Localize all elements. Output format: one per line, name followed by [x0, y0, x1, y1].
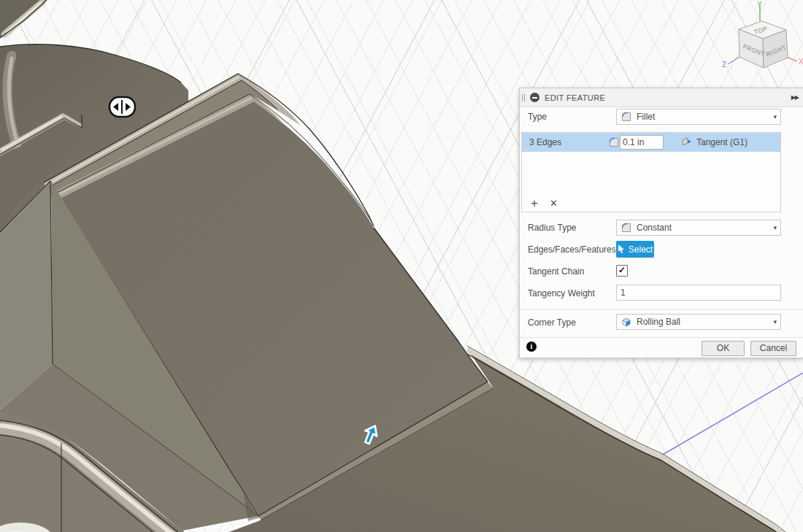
- ok-button[interactable]: OK: [702, 341, 745, 356]
- collapse-panel-icon[interactable]: ▶▶: [791, 94, 799, 101]
- axis-z-label: Z: [722, 61, 726, 69]
- z-axis-construction-line: [661, 373, 803, 455]
- divider: [520, 309, 803, 310]
- chevron-down-icon: ▾: [773, 318, 777, 325]
- fillet-icon: [620, 111, 632, 123]
- type-label: Type: [528, 109, 547, 125]
- tangency-weight-input[interactable]: [616, 285, 781, 301]
- edit-feature-dialog: EDIT FEATURE ▶▶ Type Fillet ▾ 3 Edges: [519, 88, 803, 358]
- drag-grip-icon[interactable]: [522, 94, 525, 101]
- chevron-down-icon: ▾: [773, 113, 777, 120]
- fillet-radius-input[interactable]: [620, 135, 664, 150]
- radius-type-value: Constant: [637, 223, 773, 233]
- edge-set-row[interactable]: 3 Edges Tangent (G1): [522, 133, 780, 152]
- dialog-title: EDIT FEATURE: [545, 93, 605, 102]
- model-arm-corner-block[interactable]: [0, 0, 47, 38]
- continuity-value: Tangent (G1): [696, 137, 748, 147]
- dialog-header: EDIT FEATURE ▶▶: [520, 88, 803, 107]
- tangency-weight-label: Tangency Weight: [528, 285, 595, 301]
- viewcube[interactable]: TOP FRONT RIGHT Y Z X: [722, 1, 803, 69]
- radius-type-label: Radius Type: [528, 220, 577, 236]
- edges-faces-features-label: Edges/Faces/Features: [528, 242, 616, 258]
- type-value: Fillet: [637, 112, 773, 122]
- feature-minus-icon: [530, 93, 539, 102]
- chevron-down-icon: ▾: [773, 224, 777, 231]
- radius-type-dropdown[interactable]: Constant ▾: [616, 220, 781, 236]
- axis-y-label: Y: [757, 1, 762, 9]
- flip-direction-widget[interactable]: [110, 97, 135, 117]
- add-edge-set-button[interactable]: +: [531, 198, 538, 209]
- select-button-label: Select: [629, 244, 653, 255]
- constant-radius-icon: [620, 222, 632, 234]
- corner-type-value: Rolling Ball: [637, 317, 773, 327]
- select-button[interactable]: Select: [616, 241, 654, 258]
- edge-count-label: 3 Edges: [529, 137, 608, 147]
- tangent-chain-label: Tangent Chain: [528, 263, 584, 280]
- corner-type-dropdown[interactable]: Rolling Ball ▾: [616, 314, 781, 330]
- tangent-continuity-icon: [681, 136, 693, 148]
- divider: [520, 337, 803, 338]
- viewport-canvas[interactable]: TOP FRONT RIGHT Y Z X EDIT FEATURE ▶▶ Ty…: [0, 0, 803, 532]
- cancel-button[interactable]: Cancel: [750, 341, 796, 356]
- info-icon[interactable]: i: [526, 342, 537, 352]
- pointer-icon: [618, 244, 626, 254]
- rolling-ball-icon: [620, 316, 632, 328]
- remove-edge-set-button[interactable]: ✕: [550, 198, 558, 209]
- type-dropdown[interactable]: Fillet ▾: [616, 109, 781, 125]
- edge-set-list: 3 Edges Tangent (G1) + ✕: [521, 132, 781, 212]
- tangent-chain-checkbox[interactable]: ✓: [616, 265, 628, 277]
- fillet-icon: [608, 136, 620, 148]
- corner-type-label: Corner Type: [528, 315, 576, 331]
- axis-x-label: X: [799, 58, 803, 66]
